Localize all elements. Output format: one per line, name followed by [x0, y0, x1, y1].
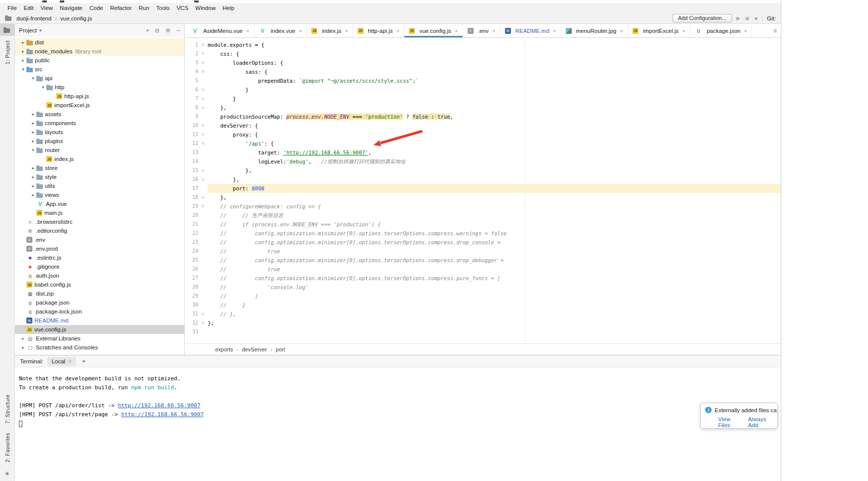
new-terminal-button[interactable]: +: [80, 357, 88, 365]
chevron-down-icon[interactable]: ▾: [30, 148, 36, 153]
code-line-26[interactable]: 26 // true: [185, 265, 781, 274]
editor-tab-package.json[interactable]: {}package.json×: [690, 24, 752, 37]
tree-item-dist[interactable]: ▸dist: [15, 38, 184, 47]
chevron-right-icon[interactable]: ▸: [20, 49, 26, 54]
line-number[interactable]: 29: [185, 292, 198, 301]
editor-breadcrumb-devServer[interactable]: devServer: [242, 346, 267, 352]
close-tab-icon[interactable]: ×: [682, 28, 685, 34]
code-line-33[interactable]: 33: [185, 327, 781, 336]
line-number[interactable]: 5: [185, 76, 198, 85]
tree-item-http-api.js[interactable]: JShttp-api.js: [15, 92, 184, 101]
code-line-16[interactable]: 16⊔ },: [185, 175, 781, 184]
line-number[interactable]: 20: [185, 211, 198, 220]
fold-marker-icon[interactable]: ⊔: [198, 166, 208, 175]
line-number[interactable]: 4: [185, 67, 198, 76]
tree-item-layouts[interactable]: ▸layouts: [15, 128, 184, 137]
line-number[interactable]: 33: [185, 327, 198, 336]
fold-marker-icon[interactable]: ⊟: [198, 58, 208, 67]
line-number[interactable]: 1: [185, 40, 198, 49]
line-number[interactable]: 24: [185, 247, 198, 256]
editor-tab-importexcel.js[interactable]: JSimportExcel.js×: [628, 24, 690, 37]
menu-run[interactable]: Run: [135, 4, 152, 12]
code-line-23[interactable]: 23 // config.optimization.minimizer[0].o…: [185, 238, 781, 247]
close-tab-icon[interactable]: ×: [345, 28, 348, 34]
line-number[interactable]: 17: [185, 184, 198, 193]
close-tab-icon[interactable]: ×: [620, 28, 623, 34]
menu-vcs[interactable]: VCS: [173, 4, 192, 12]
tree-item-index.js[interactable]: JSindex.js: [15, 155, 184, 163]
project-panel-title[interactable]: Project: [19, 27, 37, 33]
locate-file-icon[interactable]: ⌖: [146, 27, 149, 34]
add-configuration-button[interactable]: Add Configuration...: [672, 14, 732, 22]
code-line-25[interactable]: 25 // config.optimization.minimizer[0].o…: [185, 256, 781, 265]
line-number[interactable]: 18: [185, 193, 198, 202]
menu-file[interactable]: File: [4, 4, 20, 12]
menu-tools[interactable]: Tools: [153, 4, 173, 12]
menu-refactor[interactable]: Refactor: [107, 4, 135, 12]
close-tab-icon[interactable]: ×: [492, 28, 495, 34]
chevron-right-icon[interactable]: ▸: [30, 139, 36, 144]
code-line-29[interactable]: 29 // ]: [185, 292, 781, 301]
line-number[interactable]: 6: [185, 85, 198, 94]
chevron-right-icon[interactable]: ▸: [30, 192, 36, 197]
tree-item-http[interactable]: ▾http: [15, 83, 184, 92]
chevron-down-icon[interactable]: ▾: [39, 28, 42, 33]
tree-item-dist.zip[interactable]: ▦dist.zip: [15, 289, 184, 298]
code-line-5[interactable]: 5 prependData: `@import "~@/assets/scss/…: [185, 76, 781, 85]
tree-item-public[interactable]: ▸public: [15, 56, 184, 65]
code-line-15[interactable]: 15⊔ },: [185, 166, 781, 175]
editor-tab-asidemenu.vue[interactable]: VAsideMenu.vue×: [187, 24, 254, 37]
editor-tab-readme.md[interactable]: MREADME.md×: [500, 24, 561, 37]
code-line-2[interactable]: 2⊟ css: {: [185, 49, 781, 58]
tree-item-.env.prod[interactable]: ≡.env.prod: [15, 244, 184, 253]
menu-code[interactable]: Code: [86, 4, 107, 12]
code-line-11[interactable]: 11⊟ proxy: {: [185, 130, 781, 139]
collapse-all-icon[interactable]: ⊟: [155, 27, 159, 34]
code-line-24[interactable]: 24 // true: [185, 247, 781, 256]
fold-marker-icon[interactable]: ⊟: [198, 130, 208, 139]
project-tool-button[interactable]: [0, 24, 15, 36]
view-files-link[interactable]: View Files: [718, 416, 740, 428]
tree-item-babel.config.js[interactable]: JSbabel.config.js: [15, 280, 184, 289]
editor-tab-index.js[interactable]: JSindex.js×: [307, 24, 353, 37]
tree-item-.editorconfig[interactable]: ⚙.editorconfig: [15, 226, 184, 235]
terminal-output[interactable]: Note that the development build is not o…: [15, 367, 781, 428]
chevron-right-icon[interactable]: ▸: [30, 165, 36, 170]
tree-item-readme.md[interactable]: MREADME.md: [15, 316, 184, 325]
menu-window[interactable]: Window: [192, 4, 219, 12]
close-tab-icon[interactable]: ×: [396, 28, 399, 34]
tree-item-plugins[interactable]: ▸plugins: [15, 137, 184, 146]
line-number[interactable]: 19: [185, 202, 198, 211]
line-number[interactable]: 26: [185, 265, 198, 274]
fold-marker-icon[interactable]: ⊟: [198, 40, 208, 49]
close-tab-icon[interactable]: ×: [744, 28, 747, 34]
tree-item-package.json[interactable]: {}package.json: [15, 298, 184, 307]
editor-tab-.env[interactable]: ≡.env×: [463, 24, 500, 37]
tree-item-.browserslistrc[interactable]: ≡.browserslistrc: [15, 217, 184, 226]
code-line-10[interactable]: 10⊟ devServer: {: [185, 121, 781, 130]
fold-marker-icon[interactable]: ⊟: [198, 67, 208, 76]
code-line-17[interactable]: 17 port: 8008: [185, 184, 781, 193]
chevron-right-icon[interactable]: ▸: [30, 183, 36, 188]
breadcrumb-file[interactable]: vue.config.js: [60, 15, 92, 21]
line-number[interactable]: 22: [185, 229, 198, 238]
chevron-down-icon[interactable]: ▾: [30, 76, 36, 81]
close-terminal-tab-icon[interactable]: ×: [68, 358, 71, 364]
tree-item-auth.json[interactable]: {}auth.json: [15, 271, 184, 280]
run-icon[interactable]: ▶: [737, 15, 741, 21]
close-tab-icon[interactable]: ×: [553, 28, 556, 34]
fold-marker-icon[interactable]: ⊔: [198, 193, 208, 202]
code-line-1[interactable]: 1⊟module.exports = {: [185, 40, 781, 49]
tree-item-assets[interactable]: ▸assets: [15, 110, 184, 119]
editor-tab-index.vue[interactable]: Vindex.vue×: [254, 24, 307, 37]
line-number[interactable]: 8: [185, 103, 198, 112]
code-line-6[interactable]: 6⊔ }: [185, 85, 781, 94]
line-number[interactable]: 21: [185, 220, 198, 229]
chevron-right-icon[interactable]: ▸: [20, 345, 26, 350]
tree-item-app.vue[interactable]: VApp.vue: [15, 199, 184, 208]
favorites-star-icon[interactable]: ★: [4, 470, 10, 477]
chevron-down-icon[interactable]: ▾: [40, 85, 46, 90]
line-number[interactable]: 31: [185, 310, 198, 319]
terminal-link[interactable]: http://192.168.66.56:9007: [118, 402, 201, 409]
code-line-8[interactable]: 8⊔ },: [185, 103, 781, 112]
